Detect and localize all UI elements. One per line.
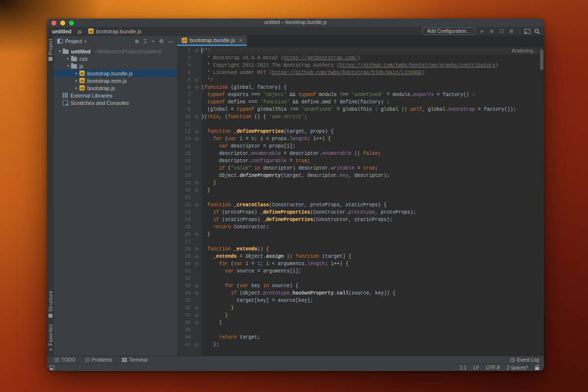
code-line[interactable]: 16 descriptor.configurable = true;	[177, 157, 544, 165]
tool-stripe-structure[interactable]: Structure	[47, 291, 54, 318]
fold-marker-icon[interactable]	[195, 255, 198, 258]
fold-gutter-cell[interactable]	[193, 341, 200, 348]
code-line[interactable]: 24 if (staticProps) _defineProperties(Co…	[177, 216, 544, 223]
tool-stripe-favorites[interactable]: ★ Favorites	[47, 324, 54, 352]
fold-gutter-cell[interactable]	[193, 282, 200, 290]
code-line[interactable]: 34 if (Object.prototype.hasOwnProperty.c…	[177, 290, 544, 297]
code-line[interactable]: 22 function _createClass(Constructor, pr…	[177, 201, 544, 209]
fold-gutter-cell[interactable]	[193, 312, 200, 319]
code-line[interactable]: 28 function _extends() {	[177, 245, 544, 253]
code-line[interactable]: 36 }	[177, 304, 544, 312]
code-line[interactable]: 38 }	[177, 319, 544, 326]
code-line[interactable]: 9 (global = typeof globalThis !== 'undef…	[177, 106, 544, 113]
code-editor[interactable]: 1/*!2 * Bootstrap v5.0.0-beta2 (https://…	[177, 47, 544, 356]
breadcrumb-file[interactable]: bootstrap.bundle.js	[96, 28, 142, 34]
fold-marker-icon[interactable]	[195, 343, 198, 346]
event-log-button[interactable]: Event Log	[510, 357, 539, 363]
code-line[interactable]: 7 typeof exports === 'object' && typeof …	[177, 91, 544, 98]
code-line[interactable]: 1/*!	[177, 47, 544, 54]
fold-gutter-cell[interactable]	[193, 113, 200, 121]
indent-widget[interactable]: 2 spaces*	[507, 365, 528, 370]
code-line[interactable]: 17 if ("value" in descriptor) descriptor…	[177, 165, 544, 172]
fold-gutter-cell[interactable]	[193, 187, 200, 194]
fold-marker-icon[interactable]	[195, 314, 198, 317]
tree-item[interactable]: ▾untitled~/WebstormProjects/untitled	[54, 48, 177, 55]
code-line[interactable]: 12 function _defineProperties(target, pr…	[177, 128, 544, 135]
tree-chevron-icon[interactable]: ▸	[74, 86, 79, 90]
add-configuration-button[interactable]: Add Configuration...	[422, 27, 475, 35]
code-line[interactable]: 23 if (protoProps) _defineProperties(Con…	[177, 209, 544, 216]
fold-marker-icon[interactable]	[195, 137, 198, 141]
code-line[interactable]: 37 }	[177, 312, 544, 319]
debug-icon[interactable]	[489, 28, 495, 34]
tree-chevron-icon[interactable]: ▸	[74, 78, 79, 83]
fold-marker-icon[interactable]	[195, 86, 198, 89]
caret-position-widget[interactable]: 1:1	[460, 365, 466, 370]
run-with-coverage-icon[interactable]	[498, 28, 505, 34]
code-line[interactable]: 26 }	[177, 231, 544, 238]
fold-gutter-cell[interactable]	[193, 290, 200, 297]
code-line[interactable]: 31 var source = arguments[i];	[177, 268, 544, 275]
code-line[interactable]: 4 * Licensed under MIT (https://github.c…	[177, 69, 544, 76]
code-line[interactable]: 11	[177, 121, 544, 128]
tree-item[interactable]: ▾js	[54, 62, 177, 70]
tree-item[interactable]: ▸JSbootstrap.esm.js	[54, 77, 177, 84]
breadcrumb-project[interactable]: untitled	[52, 28, 72, 34]
fold-marker-icon[interactable]	[195, 292, 198, 295]
code-line[interactable]: 41 };	[177, 341, 544, 348]
fold-gutter-cell[interactable]	[193, 319, 200, 326]
fold-gutter-cell[interactable]	[193, 245, 200, 253]
breadcrumb-folder[interactable]: js	[78, 28, 82, 34]
line-ending-widget[interactable]: LF	[473, 365, 479, 370]
tree-chevron-icon[interactable]: ▾	[57, 49, 63, 53]
run-icon[interactable]	[479, 28, 485, 34]
editor-scrollbar[interactable]	[540, 49, 543, 70]
fold-marker-icon[interactable]	[195, 306, 198, 310]
tree-chevron-icon[interactable]: ▸	[74, 71, 79, 75]
code-line[interactable]: 35 target[key] = source[key];	[177, 297, 544, 304]
tree-item[interactable]: External Libraries	[54, 92, 177, 99]
code-line[interactable]: 8 typeof define === 'function' && define…	[177, 98, 544, 106]
close-tab-icon[interactable]: ✕	[239, 38, 243, 43]
code-line[interactable]: 40 return target;	[177, 334, 544, 341]
tree-item[interactable]: ▸css	[54, 55, 177, 62]
tool-stripe-project[interactable]: Project	[47, 39, 54, 61]
fold-gutter-cell[interactable]	[193, 253, 200, 260]
fold-gutter-cell[interactable]	[193, 76, 200, 84]
fold-marker-icon[interactable]	[195, 321, 198, 324]
fold-gutter-cell[interactable]	[193, 304, 200, 312]
fold-gutter-cell[interactable]	[193, 47, 200, 54]
code-line[interactable]: 15 descriptor.enumerable = descriptor.en…	[177, 150, 544, 157]
code-line[interactable]: 30 for (var i = 1; i < arguments.length;…	[177, 260, 544, 268]
code-line[interactable]: 13 for (var i = 0; i < props.length; i++…	[177, 135, 544, 143]
code-line[interactable]: 39	[177, 326, 544, 334]
code-line[interactable]: 21	[177, 194, 544, 201]
encoding-widget[interactable]: UTF-8	[486, 365, 500, 370]
fold-gutter-cell[interactable]	[193, 84, 200, 91]
collapse-all-icon[interactable]: Ξ	[144, 38, 147, 44]
tool-window-toggle-icon[interactable]	[50, 366, 54, 370]
locate-file-icon[interactable]: ⊕	[135, 38, 139, 44]
fold-marker-icon[interactable]	[195, 130, 198, 133]
tool-windows-icon[interactable]	[524, 28, 530, 34]
fold-gutter-cell[interactable]	[193, 201, 200, 209]
fold-marker-icon[interactable]	[195, 247, 198, 251]
tree-chevron-icon[interactable]: ▾	[65, 64, 71, 68]
code-line[interactable]: 18 Object.defineProperty(target, descrip…	[177, 172, 544, 179]
fold-marker-icon[interactable]	[195, 49, 198, 52]
expand-collapse-icon[interactable]: ÷	[151, 38, 154, 44]
search-everywhere-icon[interactable]	[534, 28, 540, 34]
code-line[interactable]: 20 }	[177, 187, 544, 194]
code-line[interactable]: 14 var descriptor = props[i];	[177, 143, 544, 150]
code-line[interactable]: 33 for (var key in source) {	[177, 282, 544, 290]
tree-item[interactable]: ▸JSbootstrap.bundle.js	[54, 70, 177, 77]
code-line[interactable]: 29 _extends = Object.assign || function …	[177, 253, 544, 260]
project-panel-title[interactable]: Project	[65, 38, 82, 44]
lock-icon[interactable]	[535, 367, 539, 370]
fold-gutter-cell[interactable]	[193, 231, 200, 238]
fold-marker-icon[interactable]	[195, 115, 198, 119]
code-line[interactable]: 2 * Bootstrap v5.0.0-beta2 (https://getb…	[177, 54, 544, 62]
chevron-down-icon[interactable]: ▾	[84, 39, 86, 44]
code-line[interactable]: 25 return Constructor;	[177, 223, 544, 231]
hide-panel-icon[interactable]: —	[168, 38, 173, 44]
